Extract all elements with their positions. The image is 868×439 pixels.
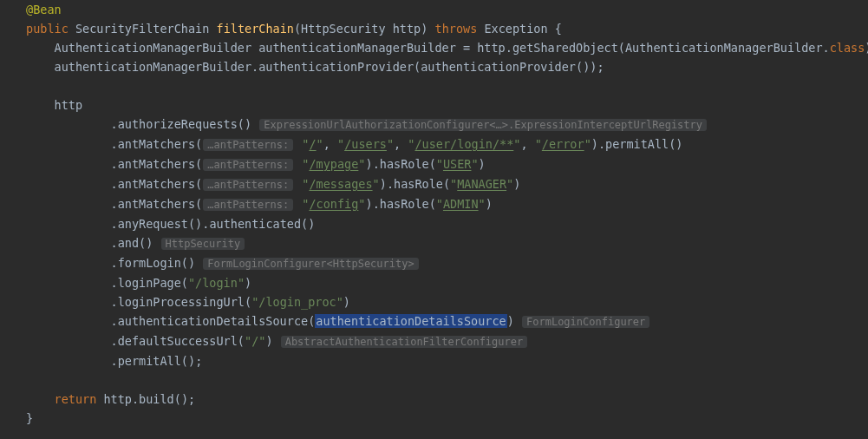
inlay-hint-antpatterns-1: …antPatterns: — [203, 139, 293, 151]
paren: ( — [195, 137, 202, 151]
dot: . — [111, 236, 118, 250]
string-users[interactable]: /users — [344, 137, 387, 151]
paren: ) — [245, 276, 251, 290]
type-httpsecurity: HttpSecurity — [301, 22, 386, 36]
string-login: "/login" — [188, 276, 245, 290]
call-anyrequest: anyRequest — [118, 217, 188, 231]
string-role-user[interactable]: USER — [443, 157, 472, 171]
paren: ) — [265, 334, 272, 348]
id-http: http — [477, 41, 506, 55]
paren: ( — [576, 60, 583, 74]
paren: ) — [365, 197, 372, 211]
paren: ) — [365, 157, 372, 171]
paren: ) — [188, 256, 195, 270]
string-quote: " — [387, 137, 394, 151]
string-role-manager[interactable]: MANAGER — [457, 177, 506, 191]
dot: . — [598, 137, 605, 151]
paren: ( — [238, 334, 245, 348]
string-role-admin[interactable]: ADMIN — [443, 197, 479, 211]
paren: ( — [195, 157, 202, 171]
paren: ) — [380, 177, 387, 191]
dot: . — [111, 276, 118, 290]
paren: ) — [865, 41, 868, 55]
paren: ( — [238, 117, 245, 131]
inlay-hint-formlogin: FormLoginConfigurer<HttpSecurity> — [203, 258, 418, 270]
call-permitall-last: permitAll — [118, 354, 181, 368]
paren: ( — [174, 392, 181, 406]
dot: . — [823, 41, 830, 55]
inlay-hint-antpatterns-3: …antPatterns: — [203, 179, 293, 191]
string-quote: " — [373, 177, 380, 191]
call-getsharedobject: getSharedObject — [512, 41, 618, 55]
brace: { — [555, 22, 562, 36]
dot: . — [387, 177, 394, 191]
dot: . — [111, 217, 118, 231]
id-authprovider: authenticationProvider — [421, 60, 576, 74]
call-hasrole-3: hasRole — [380, 197, 429, 211]
keyword-public: public — [26, 22, 69, 36]
paren: ( — [139, 236, 146, 250]
eq: = — [463, 41, 470, 55]
code-editor[interactable]: @Bean public SecurityFilterChain filterC… — [0, 0, 868, 439]
paren: ( — [195, 177, 202, 191]
dot: . — [111, 314, 118, 328]
string-root2: "/" — [245, 334, 265, 348]
paren: ( — [429, 197, 436, 211]
annotation-bean: @Bean — [26, 3, 62, 16]
paren: ) — [308, 217, 315, 231]
paren: ) — [675, 137, 682, 151]
comma: , — [323, 137, 330, 151]
dot: . — [111, 137, 118, 151]
inlay-hint-abstractauth: AbstractAuthenticationFilterConfigurer — [281, 336, 528, 348]
paren: ) — [479, 157, 486, 171]
dot: . — [373, 197, 380, 211]
comma: , — [394, 137, 401, 151]
keyword-return: return — [55, 392, 97, 406]
string-mypage[interactable]: /mypage — [309, 157, 358, 171]
type-amb: AuthenticationManagerBuilder — [55, 41, 252, 55]
dot: . — [111, 177, 118, 191]
paren: ) — [507, 314, 514, 328]
id-http-chain: http — [55, 98, 83, 112]
paren: ( — [618, 41, 625, 55]
paren: ( — [181, 354, 188, 368]
call-authenticated: authenticated — [209, 217, 301, 231]
paren: ) — [181, 392, 188, 406]
method-filterchain: filterChain — [217, 22, 294, 36]
dot: . — [251, 60, 258, 74]
paren: ) — [486, 197, 493, 211]
string-quote: " — [436, 197, 443, 211]
string-root[interactable]: / — [309, 137, 316, 151]
call-antmatchers-1: antMatchers — [118, 137, 195, 151]
paren: ( — [429, 157, 436, 171]
inlay-hint-formloginconfigurer: FormLoginConfigurer — [522, 316, 649, 328]
string-loginproc: "/login_proc" — [251, 295, 343, 309]
keyword-class: class — [830, 41, 865, 55]
paren: ) — [343, 295, 350, 309]
string-messages[interactable]: /messages — [309, 177, 372, 191]
string-error[interactable]: /error — [542, 137, 584, 151]
string-quote: " — [337, 137, 344, 151]
paren: ( — [301, 217, 308, 231]
dot: . — [111, 334, 118, 348]
selected-identifier[interactable]: authenticationDetailsSource — [315, 314, 506, 328]
string-quote: " — [535, 137, 542, 151]
string-userlogin[interactable]: /user/login/** — [414, 137, 513, 151]
call-build: build — [139, 392, 174, 406]
brace: } — [26, 411, 33, 425]
inlay-hint-antpatterns-4: …antPatterns: — [203, 199, 293, 211]
semi: ; — [195, 354, 202, 368]
inlay-hint-httpsecurity: HttpSecurity — [161, 238, 245, 250]
string-quote: " — [479, 197, 486, 211]
dot: . — [111, 295, 118, 309]
paren: ( — [294, 22, 301, 36]
dot: . — [506, 41, 512, 55]
paren: ) — [146, 236, 153, 250]
call-authprovider: authenticationProvider — [258, 60, 414, 74]
string-config[interactable]: /config — [309, 197, 358, 211]
call-permitall: permitAll — [605, 137, 669, 151]
call-loginprocessingurl: loginProcessingUrl — [118, 295, 245, 309]
string-quote: " — [317, 137, 323, 151]
paren: ) — [591, 137, 598, 151]
call-authorizerequests: authorizeRequests — [118, 117, 238, 131]
